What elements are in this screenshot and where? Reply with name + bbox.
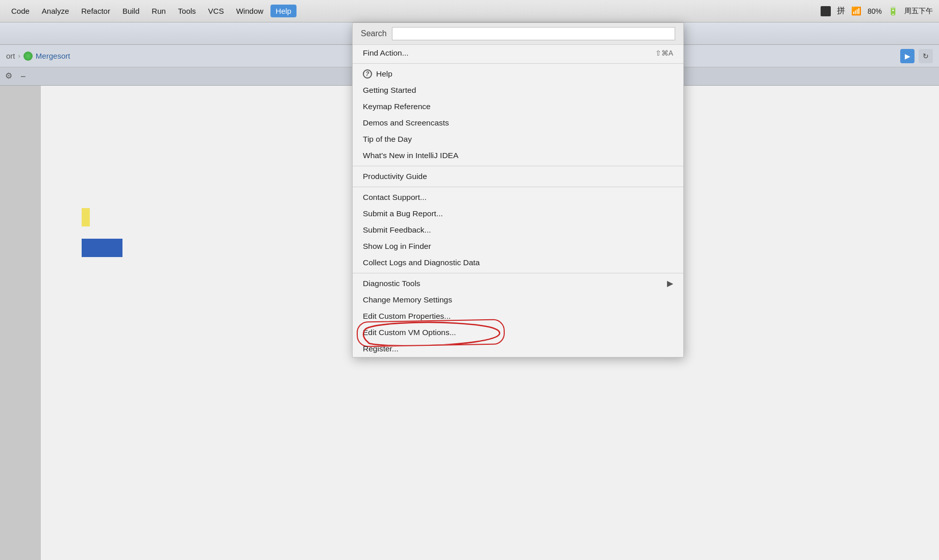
ide-background: mergesort ort › Mergesort ▶ ↻ ⚙ − [0,22,939,560]
menu-item-window[interactable]: Window [231,5,268,17]
battery-text: 80% [868,7,882,15]
submit-feedback-label: Submit Feedback... [363,225,431,235]
diagnostic-tools-label: Diagnostic Tools [363,279,421,288]
help-dropdown-menu: Search Find Action... ⇧⌘A ? Help Getting… [352,22,684,358]
left-sidebar [0,86,41,560]
battery-icon: 🔋 [888,6,898,16]
edit-custom-vm-label: Edit Custom VM Options... [363,328,456,337]
menu-item-refactor[interactable]: Refactor [76,5,115,17]
collect-logs-label: Collect Logs and Diagnostic Data [363,258,480,267]
submenu-arrow-icon: ▶ [667,279,673,288]
whats-new-item[interactable]: What's New in IntelliJ IDEA [353,147,683,164]
separator-2 [353,166,683,166]
collect-logs-item[interactable]: Collect Logs and Diagnostic Data [353,254,683,271]
change-memory-item[interactable]: Change Memory Settings [353,292,683,308]
yellow-marker [82,208,90,226]
menu-item-run[interactable]: Run [146,5,171,17]
diagnostic-tools-item[interactable]: Diagnostic Tools ▶ [353,275,683,292]
find-action-label: Find Action... [363,48,409,58]
help-item[interactable]: ? Help [353,66,683,82]
show-log-label: Show Log in Finder [363,242,431,251]
demos-screencasts-item[interactable]: Demos and Screencasts [353,115,683,131]
change-memory-label: Change Memory Settings [363,295,452,304]
help-label: Help [376,69,392,79]
edit-custom-vm-item[interactable]: Edit Custom VM Options... [353,324,683,341]
help-label-group: ? Help [363,69,392,79]
menu-item-vcs[interactable]: VCS [203,5,229,17]
find-action-shortcut: ⇧⌘A [655,49,673,57]
whats-new-label: What's New in IntelliJ IDEA [363,151,458,160]
refresh-icon[interactable]: ↻ [919,49,933,63]
edit-custom-properties-label: Edit Custom Properties... [363,312,451,321]
find-action-item[interactable]: Find Action... ⇧⌘A [353,45,683,61]
contact-support-item[interactable]: Contact Support... [353,189,683,206]
separator-4 [353,273,683,273]
gear-icon[interactable]: ⚙ [5,71,16,82]
submit-feedback-item[interactable]: Submit Feedback... [353,222,683,238]
menu-item-analyze[interactable]: Analyze [37,5,74,17]
keymap-reference-item[interactable]: Keymap Reference [353,98,683,115]
getting-started-label: Getting Started [363,86,416,95]
breadcrumb-arrow: › [18,52,20,60]
menu-bar-right: 拼 📶 80% 🔋 周五下午 [821,6,933,16]
breadcrumb-icon [23,52,33,61]
input-method-icon: 拼 [837,6,845,16]
tip-of-day-item[interactable]: Tip of the Day [353,131,683,147]
menu-item-tools[interactable]: Tools [173,5,201,17]
edit-custom-properties-item[interactable]: Edit Custom Properties... [353,308,683,324]
tip-of-day-label: Tip of the Day [363,135,412,144]
breadcrumb-prefix: ort [6,52,15,60]
menu-item-help[interactable]: Help [270,5,296,17]
wps-icon [821,6,831,16]
getting-started-item[interactable]: Getting Started [353,82,683,98]
separator-1 [353,63,683,64]
productivity-guide-item[interactable]: Productivity Guide [353,168,683,185]
submit-bug-item[interactable]: Submit a Bug Report... [353,206,683,222]
menu-bar-items: Code Analyze Refactor Build Run Tools VC… [6,5,296,17]
productivity-guide-label: Productivity Guide [363,172,427,181]
submit-bug-label: Submit a Bug Report... [363,209,443,218]
contact-support-label: Contact Support... [363,193,427,202]
search-label: Search [361,29,387,38]
wifi-icon: 📶 [851,6,861,16]
menu-item-code[interactable]: Code [6,5,35,17]
search-input[interactable] [392,27,675,40]
register-label: Register... [363,344,399,353]
blue-marker [82,239,122,257]
register-item[interactable]: Register... [353,341,683,357]
menu-bar: Code Analyze Refactor Build Run Tools VC… [0,0,939,22]
keymap-reference-label: Keymap Reference [363,102,431,111]
show-log-item[interactable]: Show Log in Finder [353,238,683,254]
run-icon[interactable]: ▶ [900,49,915,63]
search-row: Search [353,23,683,45]
breadcrumb-current: Mergesort [36,52,70,60]
separator-3 [353,187,683,187]
minus-icon[interactable]: − [20,71,32,82]
question-icon: ? [363,69,372,79]
menu-item-build[interactable]: Build [117,5,144,17]
demos-screencasts-label: Demos and Screencasts [363,118,449,128]
clock-text: 周五下午 [904,7,933,16]
